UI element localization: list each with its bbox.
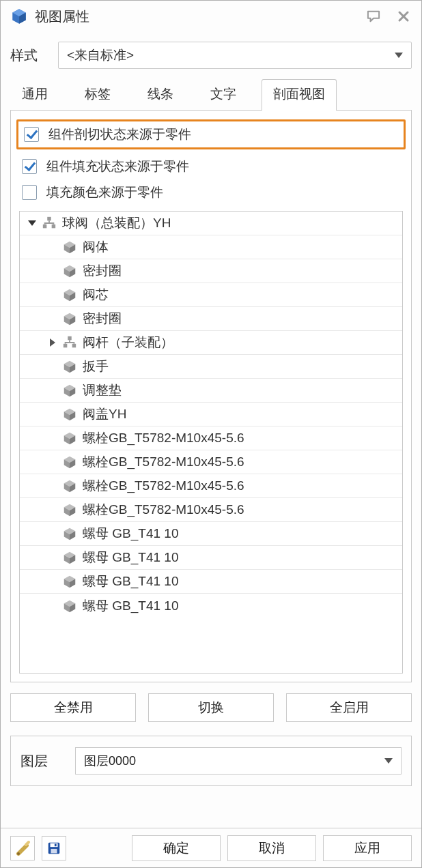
disable-all-button[interactable]: 全禁用 — [10, 693, 136, 722]
svg-point-54 — [17, 852, 20, 855]
section-panel: 组件剖切状态来源于零件组件填充状态来源于零件填充颜色来源于零件 球阀（总装配）Y… — [10, 110, 412, 682]
ok-button[interactable]: 确定 — [132, 835, 221, 861]
tree-row[interactable]: 密封圈 — [20, 307, 402, 331]
tab-lines[interactable]: 线条 — [136, 79, 185, 110]
part-icon — [62, 287, 77, 302]
check-label: 组件填充状态来源于零件 — [46, 158, 189, 175]
tree-row[interactable]: 螺栓GB_T5782-M10x45-5.6 — [20, 474, 402, 498]
tree-row[interactable]: 扳手 — [20, 355, 402, 379]
layer-select-value: 图层0000 — [84, 753, 136, 769]
tree-label: 螺母 GB_T41 10 — [83, 525, 178, 542]
tree-row[interactable]: 阀盖YH — [20, 403, 402, 426]
component-tree[interactable]: 球阀（总装配）YH阀体密封圈阀芯密封圈阀杆（子装配）扳手调整垫阀盖YH螺栓GB_… — [19, 211, 403, 674]
tree-label: 阀杆（子装配） — [83, 334, 173, 351]
tree-label: 密封圈 — [83, 262, 122, 280]
tree-row[interactable]: 阀杆（子装配） — [20, 331, 402, 355]
tab-text[interactable]: 文字 — [199, 79, 248, 110]
check-label: 组件剖切状态来源于零件 — [48, 126, 191, 143]
style-select-value: <来自标准> — [67, 46, 134, 64]
style-label: 样式 — [10, 46, 42, 65]
tree-label: 阀体 — [83, 238, 109, 256]
tabs: 通用标签线条文字剖面视图 — [1, 81, 421, 110]
part-icon — [62, 431, 77, 446]
tree-label: 扳手 — [83, 358, 109, 375]
tree-row[interactable]: 阀体 — [20, 235, 402, 259]
tab-section[interactable]: 剖面视图 — [262, 79, 337, 110]
svg-rect-19 — [64, 344, 68, 348]
tab-tags[interactable]: 标签 — [73, 79, 122, 110]
tree-label: 螺母 GB_T41 10 — [83, 597, 178, 615]
svg-rect-57 — [55, 843, 57, 846]
close-icon[interactable] — [395, 10, 412, 23]
part-icon — [62, 478, 77, 493]
titlebar: 视图属性 — [1, 1, 421, 32]
check-label: 填充颜色来源于零件 — [46, 184, 163, 201]
part-icon — [62, 454, 77, 469]
chevron-down-icon — [395, 53, 403, 58]
checkbox-color-from-part[interactable] — [22, 185, 37, 200]
part-icon — [62, 359, 77, 374]
tree-label: 调整垫 — [83, 381, 122, 399]
part-icon — [62, 526, 77, 541]
tree-row[interactable]: 螺栓GB_T5782-M10x45-5.6 — [20, 498, 402, 522]
enable-all-button[interactable]: 全启用 — [286, 693, 412, 722]
tree-row[interactable]: 螺栓GB_T5782-M10x45-5.6 — [20, 426, 402, 450]
part-icon — [62, 502, 77, 517]
part-icon — [62, 263, 77, 278]
apply-button[interactable]: 应用 — [323, 835, 412, 861]
reset-button[interactable] — [10, 836, 35, 860]
svg-rect-5 — [52, 225, 56, 229]
toggle-button[interactable]: 切换 — [148, 693, 274, 722]
tree-row[interactable]: 阀芯 — [20, 283, 402, 307]
cancel-button[interactable]: 取消 — [227, 835, 316, 861]
tree-label: 螺母 GB_T41 10 — [83, 573, 178, 590]
check-row-fill-from-part: 组件填充状态来源于零件 — [11, 154, 411, 179]
part-icon — [62, 550, 77, 565]
part-icon — [62, 574, 77, 589]
assembly-icon — [42, 216, 57, 231]
svg-rect-20 — [72, 344, 76, 348]
feedback-icon[interactable] — [365, 10, 382, 23]
part-icon — [62, 383, 77, 398]
layer-label: 图层 — [20, 752, 48, 770]
tree-label: 螺栓GB_T5782-M10x45-5.6 — [83, 429, 244, 447]
tree-row[interactable]: 球阀（总装配）YH — [20, 212, 402, 235]
tree-label: 阀芯 — [83, 286, 109, 304]
part-icon — [62, 598, 77, 613]
chevron-down-icon — [384, 758, 393, 764]
part-icon — [62, 407, 77, 422]
part-icon — [62, 240, 77, 255]
check-row-cut-from-part: 组件剖切状态来源于零件 — [16, 119, 406, 149]
svg-rect-3 — [47, 217, 51, 221]
tree-label: 螺栓GB_T5782-M10x45-5.6 — [83, 501, 244, 519]
tree-label: 螺母 GB_T41 10 — [83, 549, 178, 566]
svg-rect-18 — [68, 336, 72, 341]
tab-general[interactable]: 通用 — [10, 79, 59, 110]
tree-row[interactable]: 调整垫 — [20, 379, 402, 403]
tree-label: 螺栓GB_T5782-M10x45-5.6 — [83, 477, 244, 495]
tree-label: 阀盖YH — [83, 405, 126, 423]
tree-row[interactable]: 螺母 GB_T41 10 — [20, 522, 402, 546]
tree-label: 密封圈 — [83, 310, 122, 328]
tree-row[interactable]: 密封圈 — [20, 259, 402, 283]
expand-icon[interactable] — [46, 336, 59, 349]
collapse-icon[interactable] — [25, 216, 39, 230]
assembly-icon — [62, 335, 77, 350]
tree-label: 球阀（总装配）YH — [62, 214, 171, 232]
tree-row[interactable]: 螺母 GB_T41 10 — [20, 546, 402, 570]
tree-row[interactable]: 螺栓GB_T5782-M10x45-5.6 — [20, 450, 402, 474]
tree-row[interactable]: 螺母 GB_T41 10 — [20, 570, 402, 594]
checkbox-cut-from-part[interactable] — [24, 127, 39, 142]
tree-label: 螺栓GB_T5782-M10x45-5.6 — [83, 453, 244, 471]
layer-select[interactable]: 图层0000 — [75, 747, 402, 775]
tree-row[interactable]: 螺母 GB_T41 10 — [20, 594, 402, 618]
window-title: 视图属性 — [35, 8, 365, 26]
check-row-color-from-part: 填充颜色来源于零件 — [11, 179, 411, 205]
svg-rect-4 — [43, 225, 47, 229]
svg-rect-58 — [51, 848, 57, 852]
style-select[interactable]: <来自标准> — [58, 42, 412, 69]
checkbox-fill-from-part[interactable] — [22, 159, 37, 174]
save-button[interactable] — [42, 836, 66, 860]
svg-rect-56 — [51, 843, 58, 847]
part-icon — [62, 311, 77, 326]
